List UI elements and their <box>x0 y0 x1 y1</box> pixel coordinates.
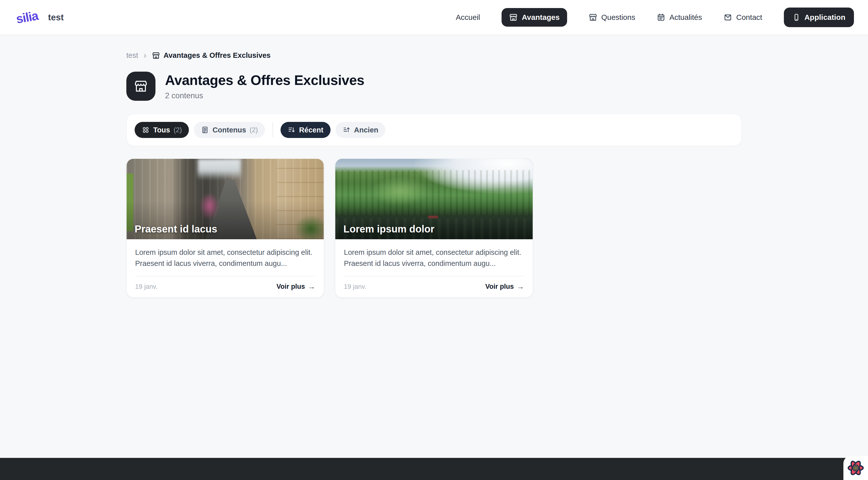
devtools-toggle-button[interactable] <box>843 456 868 480</box>
card-footer: 19 janv. Voir plus → <box>344 282 524 291</box>
storefront-icon <box>134 79 148 93</box>
document-icon <box>201 126 209 134</box>
breadcrumb: test › Avantages & Offres Exclusives <box>126 51 742 60</box>
card-date: 19 janv. <box>135 283 157 291</box>
sort-label: Ancien <box>354 126 378 134</box>
arrow-right-icon: → <box>308 282 315 291</box>
page-header-text: Avantages & Offres Exclusives 2 contenus <box>165 72 365 100</box>
card-footer: 19 janv. Voir plus → <box>135 282 315 291</box>
nav-item-questions[interactable]: Questions <box>589 13 635 22</box>
page-subtitle: 2 contenus <box>165 91 365 100</box>
card-cover-image: Praesent id lacus <box>127 159 324 239</box>
card-divider <box>135 276 315 276</box>
calendar-icon <box>657 13 665 22</box>
see-more-label: Voir plus <box>277 283 305 291</box>
filter-toolbar: Tous (2) Contenus (2) Récent Ancien <box>126 114 742 146</box>
breadcrumb-current-label: Avantages & Offres Exclusives <box>163 51 271 60</box>
card-cover-image: Lorem ipsum dolor <box>335 159 532 239</box>
filter-tab-tous[interactable]: Tous (2) <box>135 122 189 138</box>
nav-label: Avantages <box>522 13 560 22</box>
smartphone-icon <box>793 13 800 21</box>
app-root: silia test Accueil Avantages Questions A… <box>0 0 868 480</box>
nav-label: Actualités <box>669 13 702 22</box>
see-more-label: Voir plus <box>485 283 514 291</box>
content-card[interactable]: Lorem ipsum dolor Lorem ipsum dolor sit … <box>335 158 533 298</box>
page-title: Avantages & Offres Exclusives <box>165 72 365 88</box>
nav-item-contact[interactable]: Contact <box>723 13 762 22</box>
tanstack-atom-icon <box>846 458 865 478</box>
bottom-dark-bar <box>0 458 868 480</box>
nav-label: Accueil <box>456 13 480 22</box>
sort-descending-icon <box>287 126 296 134</box>
breadcrumb-current: Avantages & Offres Exclusives <box>152 51 271 60</box>
filter-count: (2) <box>174 126 182 134</box>
card-divider <box>344 276 524 276</box>
mail-icon <box>723 13 732 22</box>
storefront-icon <box>589 13 597 22</box>
content-card-grid: Praesent id lacus Lorem ipsum dolor sit … <box>126 158 742 298</box>
card-body: Lorem ipsum dolor sit amet, consectetur … <box>127 239 324 297</box>
sort-label: Récent <box>299 126 323 134</box>
page-header: Avantages & Offres Exclusives 2 contenus <box>126 71 742 101</box>
nav-item-accueil[interactable]: Accueil <box>456 13 480 22</box>
filter-label: Tous <box>153 126 170 134</box>
filter-count: (2) <box>250 126 258 134</box>
page-icon-tile <box>126 71 155 101</box>
filter-label: Contenus <box>213 126 246 134</box>
toolbar-divider <box>273 122 273 138</box>
breadcrumb-root-link[interactable]: test <box>126 51 138 60</box>
top-navbar: silia test Accueil Avantages Questions A… <box>0 0 868 35</box>
nav-item-avantages[interactable]: Avantages <box>502 8 567 27</box>
nav-label: Questions <box>601 13 635 22</box>
application-button[interactable]: Application <box>784 7 854 27</box>
brand: silia test <box>14 10 64 25</box>
arrow-right-icon: → <box>517 282 524 291</box>
content-card[interactable]: Praesent id lacus Lorem ipsum dolor sit … <box>126 158 324 298</box>
card-description: Lorem ipsum dolor sit amet, consectetur … <box>135 247 315 269</box>
main-nav: Accueil Avantages Questions Actualités C… <box>456 7 854 27</box>
sort-button-ancien[interactable]: Ancien <box>336 122 385 138</box>
grid-circles-icon <box>142 126 150 134</box>
nav-label: Application <box>804 13 845 22</box>
card-body: Lorem ipsum dolor sit amet, consectetur … <box>335 239 532 297</box>
see-more-link[interactable]: Voir plus → <box>485 282 524 291</box>
filter-tab-contenus[interactable]: Contenus (2) <box>194 122 265 138</box>
storefront-icon <box>152 52 160 60</box>
nav-item-actualites[interactable]: Actualités <box>657 13 702 22</box>
card-title: Lorem ipsum dolor <box>343 223 434 235</box>
see-more-link[interactable]: Voir plus → <box>277 282 315 291</box>
sort-button-recent[interactable]: Récent <box>281 122 331 138</box>
card-description: Lorem ipsum dolor sit amet, consectetur … <box>344 247 524 269</box>
workspace-name: test <box>48 12 64 22</box>
chevron-right-icon: › <box>144 51 147 59</box>
main-content: test › Avantages & Offres Exclusives Ava… <box>126 35 742 298</box>
card-title: Praesent id lacus <box>135 223 217 235</box>
storefront-icon <box>509 13 518 22</box>
nav-label: Contact <box>736 13 762 22</box>
silia-logo[interactable]: silia <box>13 8 41 27</box>
sort-ascending-icon <box>343 126 351 134</box>
card-date: 19 janv. <box>344 283 366 291</box>
